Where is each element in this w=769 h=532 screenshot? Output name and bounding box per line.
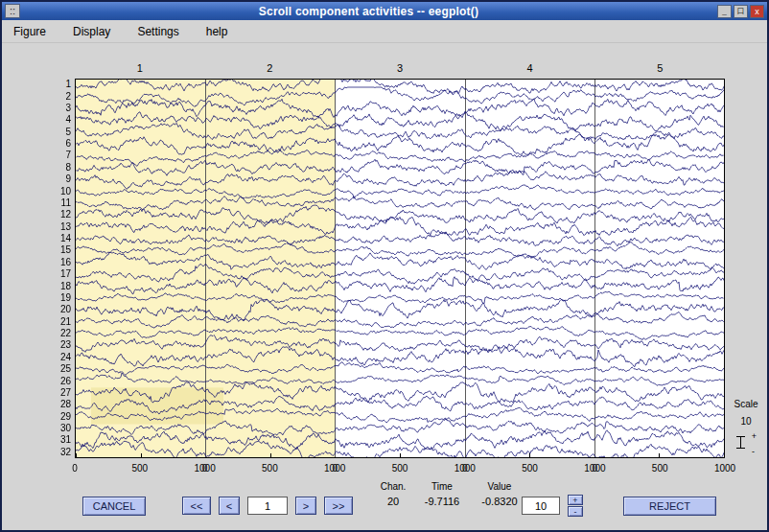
channel-label: 16 [46,258,71,267]
menu-help[interactable]: help [206,25,228,38]
channel-label: 18 [46,282,71,291]
eeg-plot-area [75,79,725,458]
scale-decrease-button[interactable]: - [568,506,583,517]
channel-label: 31 [46,435,71,445]
channel-label: 11 [46,198,71,208]
x-tick-label: 1000 [709,463,741,474]
x-tick-label: 0 [189,463,221,474]
channel-label: 6 [46,139,71,149]
channel-label: 13 [46,222,71,232]
x-tick-label: 500 [124,463,156,474]
reject-button[interactable]: REJECT [623,497,716,516]
x-tick-label: 0 [58,463,91,474]
scale-increase-button[interactable]: + [568,495,583,505]
eeg-traces-canvas[interactable] [76,80,724,457]
chan-value: 20 [372,496,414,507]
channel-label: 22 [46,329,71,338]
channel-label: 14 [46,234,71,243]
x-tick-label: 0 [318,463,351,474]
channel-label: 8 [46,163,71,173]
channel-label: 2 [46,92,71,102]
time-value: -9.7116 [414,496,470,507]
menu-settings[interactable]: Settings [137,25,178,38]
channel-label: 32 [46,448,71,457]
epoch-label: 1 [128,62,151,74]
scale-value: 10 [725,416,767,427]
channel-label: 24 [46,353,71,362]
window-menu-icon[interactable]: :: [5,4,20,18]
value-value: -0.8320 [470,496,529,507]
maximize-icon[interactable]: 口 [734,5,748,18]
minimize-icon[interactable]: _ [717,5,732,18]
close-icon[interactable]: x [750,5,764,18]
titlebar-buttons: _ 口 x [717,5,764,18]
x-tick-label: 500 [643,463,676,474]
page-number-input[interactable] [247,497,288,515]
chan-label: Chan. [372,481,414,492]
channel-label: 12 [46,210,71,220]
channel-label: 26 [46,377,71,386]
channel-label: 5 [46,127,71,137]
nav-prev-button[interactable]: < [219,497,240,515]
channel-label: 15 [46,245,71,255]
channel-label: 10 [46,187,71,197]
channel-label: 17 [46,269,71,279]
channel-label: 19 [46,293,71,303]
menu-figure[interactable]: Figure [13,25,46,38]
scale-edit-input[interactable] [522,497,560,515]
channel-label: 4 [46,115,71,125]
channel-label: 21 [46,317,71,327]
scale-plus-glyph: + [752,431,757,441]
scale-indicator-icon: + - [734,433,758,452]
scale-label: Scale [725,399,767,409]
cancel-button[interactable]: CANCEL [82,497,146,516]
x-tick-label: 0 [449,463,481,474]
x-tick-label: 500 [253,463,286,474]
scale-widget: Scale 10 + - [725,399,767,452]
eegplot-window: :: Scroll component activities -- eegplo… [0,0,769,532]
cursor-readout: Chan. Time Value 20 -9.7116 -0.8320 [372,481,529,507]
nav-next-button[interactable]: > [295,497,316,515]
x-tick-label: 500 [514,463,547,474]
channel-label: 27 [46,388,71,398]
scale-minus-glyph: - [752,447,755,456]
menu-display[interactable]: Display [73,25,110,38]
x-tick-label: 500 [384,463,416,474]
epoch-label: 4 [519,62,542,74]
x-tick-label: 0 [578,463,611,474]
epoch-label: 2 [258,62,281,74]
epoch-label: 3 [388,62,411,74]
channel-label: 20 [46,305,71,314]
channel-label: 1 [46,80,71,89]
channel-label: 25 [46,364,71,374]
menubar: Figure Display Settings help [2,20,767,43]
channel-label: 30 [46,424,71,433]
nav-last-button[interactable]: >> [324,497,353,515]
window-title: Scroll component activities -- eegplot() [20,5,717,18]
channel-label: 23 [46,340,71,350]
time-label: Time [414,481,470,492]
channel-label: 9 [46,174,71,184]
ibeam-icon [736,436,745,449]
nav-first-button[interactable]: << [182,497,211,515]
titlebar[interactable]: :: Scroll component activities -- eegplo… [2,2,767,20]
channel-label: 7 [46,150,71,160]
value-label: Value [470,481,529,492]
epoch-label: 5 [648,62,671,74]
channel-label: 29 [46,412,71,422]
channel-label: 3 [46,104,71,113]
channel-label: 28 [46,400,71,409]
